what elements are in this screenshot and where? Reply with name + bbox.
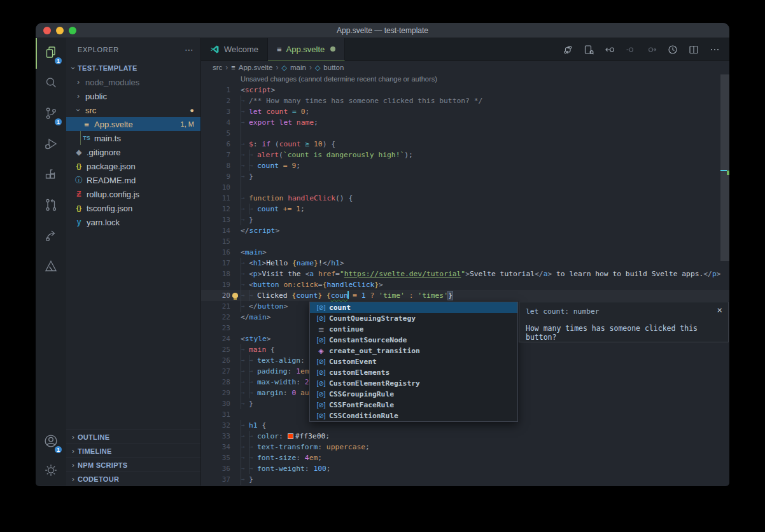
activity-pull-requests-button[interactable] — [36, 191, 66, 221]
code-line-16[interactable]: 16<main> — [201, 247, 729, 258]
code-line-19[interactable]: 19→<button on:click={handleClick}> — [201, 279, 729, 290]
code-line-6[interactable]: 6→$: if (count ≥ 10) { — [201, 139, 729, 150]
suggest-item-constantsourcenode[interactable]: [⊘]ConstantSourceNode — [310, 335, 517, 346]
close-icon[interactable]: × — [717, 305, 722, 315]
section-header-outline[interactable]: ›OUTLINE — [66, 430, 200, 444]
suggest-item-cssgroupingrule[interactable]: [⊘]CSSGroupingRule — [310, 389, 517, 400]
code-line-14[interactable]: 14</script> — [201, 225, 729, 236]
activity-live-share-button[interactable] — [36, 221, 66, 252]
breadcrumb-src[interactable]: src — [213, 64, 222, 71]
section-header-timeline[interactable]: ›TIMELINE — [66, 444, 200, 458]
git-file-icon: ◆ — [74, 148, 84, 157]
code-text: →} — [241, 214, 253, 225]
previous-change-icon[interactable] — [625, 44, 636, 55]
code-line-36[interactable]: 36→→font-weight: 100; — [201, 463, 729, 474]
compare-branch-icon[interactable] — [562, 44, 573, 55]
indent-guide: → — [241, 355, 249, 366]
suggest-item-cssconditionrule[interactable]: [⊘]CSSConditionRule — [310, 410, 517, 421]
symbol-variable-icon: [⊘] — [312, 304, 329, 311]
code-line-34[interactable]: 34→→text-transform: uppercase; — [201, 442, 729, 452]
code-line-7[interactable]: 7→→alert(`count is dangerously high!`); — [201, 150, 729, 160]
tree-item-node-modules[interactable]: ›node_modules — [66, 75, 200, 89]
navigate-back-icon[interactable] — [604, 44, 615, 55]
line-number: 36 — [201, 463, 230, 474]
sidebar-sections: ›OUTLINE›TIMELINE›NPM SCRIPTS›CODETOUR — [66, 430, 200, 486]
code-line-4[interactable]: 4→export let name; — [201, 117, 729, 128]
suggest-item-create_out_transition[interactable]: ◈create_out_transition — [310, 346, 517, 356]
tree-item-public[interactable]: ›public — [66, 89, 200, 103]
activity-extensions-button[interactable] — [36, 160, 66, 191]
next-change-icon[interactable] — [646, 44, 657, 55]
code-line-15[interactable]: 15 — [201, 236, 729, 247]
indent-guide: → — [241, 95, 249, 106]
lightbulb-icon[interactable] — [232, 293, 238, 298]
suggest-item-continue[interactable]: ≡continue — [310, 324, 517, 335]
activity-explorer-button[interactable]: 1 — [36, 38, 66, 69]
activity-run-debug-button[interactable] — [36, 130, 66, 160]
explorer-sidebar: EXPLORER ⋯ › TEST-TEMPLATE ›node_modules… — [66, 38, 201, 486]
suggest-item-customelements[interactable]: [⊘]customElements — [310, 367, 517, 378]
split-editor-icon[interactable] — [688, 44, 699, 55]
breadcrumb-button[interactable]: button — [323, 64, 344, 71]
tree-item-app-svelte[interactable]: ≡App.svelte1, M — [66, 117, 200, 131]
editor-body[interactable]: Unsaved changes (cannot determine recent… — [201, 74, 729, 486]
code-line-12[interactable]: 12→→count += 1; — [201, 204, 729, 214]
indent-guide: → — [241, 269, 249, 279]
code-line-2[interactable]: 2→/** How many times has someone clicked… — [201, 95, 729, 106]
activity-search-button[interactable] — [36, 69, 66, 99]
code-line-1[interactable]: 1<script> — [201, 85, 729, 95]
code-line-3[interactable]: 3→let count = 0; — [201, 106, 729, 117]
code-line-37[interactable]: 37→} — [201, 474, 729, 485]
code-line-33[interactable]: 33→→color: #ff3e00; — [201, 431, 729, 442]
code-line-8[interactable]: 8→→count = 9; — [201, 160, 729, 171]
tab-app-svelte[interactable]: ≡ App.svelte — [268, 38, 345, 60]
suggest-item-customevent[interactable]: [⊘]CustomEvent — [310, 356, 517, 367]
suggest-item-cssfontfacerule[interactable]: [⊘]CSSFontFaceRule — [310, 400, 517, 410]
indent-guide: → — [241, 290, 249, 301]
editor-scrollbar[interactable] — [720, 74, 729, 261]
section-header-npm-scripts[interactable]: ›NPM SCRIPTS — [66, 458, 200, 472]
suggest-item-count[interactable]: [⊘]count — [310, 302, 517, 313]
suggest-item-customelementregistry[interactable]: [⊘]CustomElementRegistry — [310, 378, 517, 389]
section-header-codetour[interactable]: ›CODETOUR — [66, 472, 200, 486]
code-line-13[interactable]: 13→} — [201, 214, 729, 225]
activity-azure-button[interactable] — [36, 252, 66, 283]
open-changes-icon[interactable] — [583, 44, 594, 55]
settings-button[interactable] — [36, 458, 66, 486]
tree-item-package-json[interactable]: {}package.json — [66, 159, 200, 173]
activity-source-control-button[interactable]: 1 — [36, 99, 66, 130]
code-line-10[interactable]: 10 — [201, 182, 729, 193]
tree-item-tsconfig-json[interactable]: {}tsconfig.json — [66, 201, 200, 215]
title-bar[interactable]: App.svelte — test-template — [36, 23, 729, 38]
close-window-button[interactable] — [43, 27, 51, 34]
minimize-window-button[interactable] — [56, 27, 64, 34]
section-header-test-template[interactable]: › TEST-TEMPLATE — [66, 61, 200, 75]
tree-item-main-ts[interactable]: TSmain.ts — [66, 131, 200, 145]
tree-item-yarn-lock[interactable]: yyarn.lock — [66, 215, 200, 229]
code-line-11[interactable]: 11→function handleClick() { — [201, 193, 729, 204]
breadcrumb-main[interactable]: main — [290, 64, 306, 71]
code-line-18[interactable]: 18→<p>Visit the <a href="https://svelte.… — [201, 269, 729, 279]
accounts-button[interactable]: 1 — [36, 427, 66, 458]
suggest-signature: let count: number — [526, 307, 722, 316]
more-actions-icon[interactable]: ⋯ — [185, 45, 194, 55]
indent-guide: → — [241, 204, 249, 214]
tab-welcome[interactable]: Welcome — [201, 38, 268, 60]
tree-item-label: node_modules — [85, 78, 139, 87]
code-line-9[interactable]: 9→} — [201, 171, 729, 182]
code-line-35[interactable]: 35→→font-size: 4em; — [201, 452, 729, 463]
zoom-window-button[interactable] — [69, 27, 76, 34]
breadcrumb-app-svelte[interactable]: App.svelte — [239, 64, 273, 71]
tree-item-rollup-config-js[interactable]: Ƶrollup.config.js — [66, 187, 200, 201]
tree-item-src[interactable]: ›src● — [66, 103, 200, 117]
code-line-5[interactable]: 5 — [201, 128, 729, 139]
indent-guide: → — [241, 279, 249, 290]
more-actions-icon[interactable] — [709, 44, 720, 55]
tree-item-readme-md[interactable]: ⓘREADME.md — [66, 173, 200, 187]
suggest-item-countqueuingstrategy[interactable]: [⊘]CountQueuingStrategy — [310, 313, 517, 324]
line-number: 27 — [201, 366, 230, 377]
file-history-icon[interactable] — [667, 44, 678, 55]
code-line-17[interactable]: 17→<h1>Hello {name}!</h1> — [201, 258, 729, 269]
code-line-20[interactable]: 20→→Clicked {count} {coun ≡ 1 ? 'time' :… — [201, 290, 729, 301]
tree-item--gitignore[interactable]: ◆.gitignore — [66, 145, 200, 159]
